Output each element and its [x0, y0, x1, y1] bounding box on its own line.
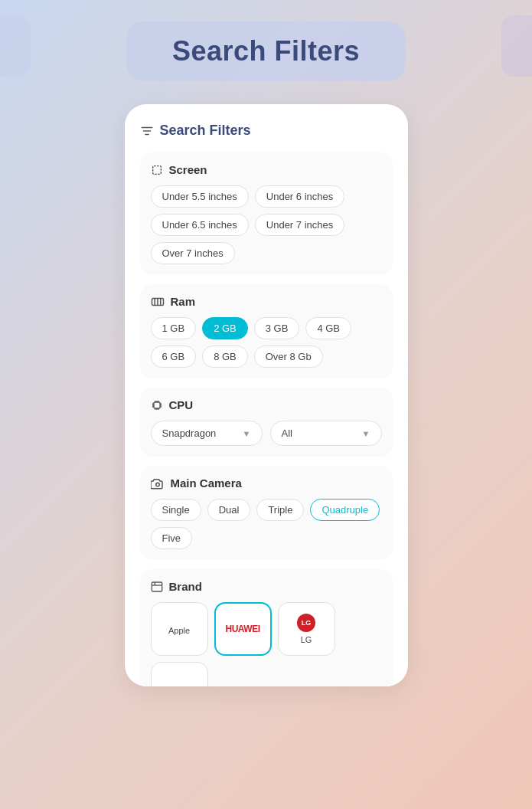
- screen-section-header: Screen: [151, 163, 382, 176]
- camera-chip-quadruple[interactable]: Quadruple: [310, 499, 380, 521]
- page-title: Search Filters: [172, 35, 360, 67]
- brand-label: Brand: [169, 580, 202, 593]
- ram-chip-8gb[interactable]: 8 GB: [202, 346, 248, 368]
- filter-icon: [140, 124, 154, 138]
- svg-rect-3: [152, 165, 161, 174]
- camera-chip-triple[interactable]: Triple: [256, 499, 304, 521]
- header: Search Filters: [0, 0, 532, 97]
- ram-label: Ram: [171, 295, 196, 308]
- ram-chip-2gb[interactable]: 2 GB: [202, 317, 248, 339]
- filter-card: Search Filters Screen Under 5.5 inches U…: [125, 104, 408, 686]
- camera-section-header: Main Camera: [151, 477, 382, 490]
- header-pill: Search Filters: [126, 21, 406, 81]
- camera-chip-five[interactable]: Five: [151, 527, 193, 549]
- samsung-logo-icon: SAMSUNG: [158, 685, 199, 686]
- cpu-dropdown-type-value: Snapdragon: [162, 427, 217, 439]
- cpu-section-header: CPU: [151, 398, 382, 411]
- camera-chip-single[interactable]: Single: [151, 499, 201, 521]
- camera-chips: Single Dual Triple Quadruple Five: [151, 499, 382, 549]
- lg-brand-name: LG: [301, 635, 312, 644]
- brand-section: Brand Apple HUAWEI LG LG SAMSUNG: [140, 569, 393, 686]
- svg-rect-22: [152, 582, 162, 591]
- brand-icon: [151, 581, 163, 593]
- screen-label: Screen: [169, 163, 207, 176]
- svg-point-21: [155, 483, 159, 486]
- ram-chip-over8[interactable]: Over 8 Gb: [254, 346, 323, 368]
- header-right-tab: [501, 15, 532, 77]
- ram-chip-1gb[interactable]: 1 GB: [151, 317, 197, 339]
- cpu-dropdown-all[interactable]: All ▼: [270, 421, 382, 446]
- brand-section-header: Brand: [151, 580, 382, 593]
- card-title: Search Filters: [160, 123, 251, 139]
- camera-icon: [151, 477, 165, 490]
- brand-apple[interactable]: Apple: [151, 602, 208, 656]
- camera-section: Main Camera Single Dual Triple Quadruple…: [140, 466, 393, 560]
- screen-section: Screen Under 5.5 inches Under 6 inches U…: [140, 152, 393, 275]
- camera-chip-dual[interactable]: Dual: [207, 499, 251, 521]
- screen-icon: [151, 164, 163, 176]
- screen-chip-under65[interactable]: Under 6.5 inches: [151, 214, 249, 236]
- chevron-down-icon-2: ▼: [362, 429, 370, 438]
- cpu-dropdown-type[interactable]: Snapdragon ▼: [151, 421, 263, 446]
- brand-huawei[interactable]: HUAWEI: [214, 602, 272, 656]
- screen-chip-over7[interactable]: Over 7 inches: [151, 242, 235, 264]
- brand-lg[interactable]: LG LG: [278, 602, 335, 656]
- lg-logo-icon: LG: [297, 614, 315, 632]
- card-header: Search Filters: [140, 123, 393, 139]
- cpu-icon: [151, 399, 163, 411]
- screen-chips: Under 5.5 inches Under 6 inches Under 6.…: [151, 185, 382, 264]
- screen-chip-under7[interactable]: Under 7 inches: [255, 214, 344, 236]
- screen-chip-under55[interactable]: Under 5.5 inches: [151, 185, 249, 208]
- brand-grid: Apple HUAWEI LG LG SAMSUNG: [151, 602, 382, 686]
- ram-section: Ram 1 GB 2 GB 3 GB 4 GB 6 GB 8 GB Over 8…: [140, 284, 393, 378]
- ram-chip-3gb[interactable]: 3 GB: [254, 317, 300, 339]
- svg-rect-8: [154, 402, 160, 408]
- chevron-down-icon: ▼: [243, 429, 251, 438]
- cpu-section: CPU Snapdragon ▼ All ▼: [140, 388, 393, 457]
- cpu-dropdown-all-value: All: [282, 427, 292, 439]
- ram-icon: [151, 296, 165, 307]
- brand-samsung[interactable]: SAMSUNG: [151, 662, 208, 686]
- cpu-label: CPU: [169, 398, 194, 411]
- ram-chip-4gb[interactable]: 4 GB: [305, 317, 351, 339]
- huawei-logo-icon: HUAWEI: [226, 624, 260, 634]
- ram-chip-6gb[interactable]: 6 GB: [151, 346, 197, 368]
- header-left-tab: [0, 15, 31, 77]
- ram-chips: 1 GB 2 GB 3 GB 4 GB 6 GB 8 GB Over 8 Gb: [151, 317, 382, 368]
- cpu-dropdowns: Snapdragon ▼ All ▼: [151, 421, 382, 446]
- ram-section-header: Ram: [151, 295, 382, 308]
- camera-label: Main Camera: [171, 477, 242, 490]
- screen-chip-under6[interactable]: Under 6 inches: [255, 185, 344, 208]
- apple-brand-name: Apple: [168, 626, 190, 635]
